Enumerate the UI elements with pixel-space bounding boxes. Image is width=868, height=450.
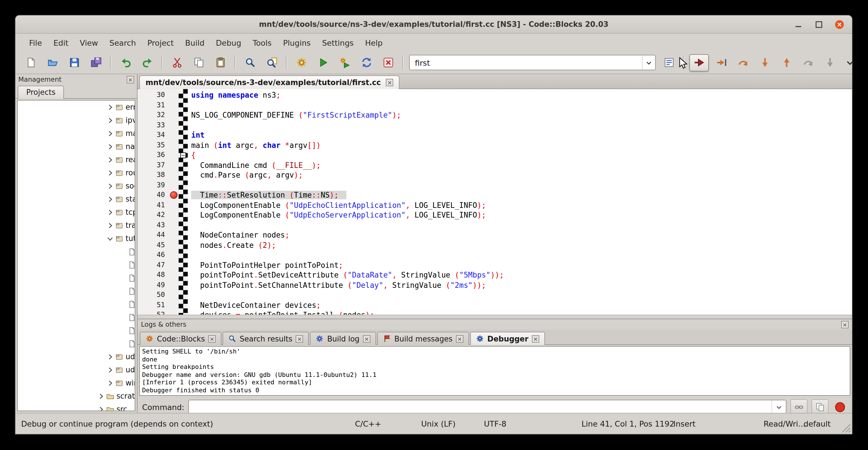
menu-edit[interactable]: Edit	[48, 36, 74, 50]
resize-grip[interactable]	[839, 421, 851, 433]
log-tab-build-messages[interactable]: Build messages×	[377, 332, 469, 345]
breakpoint-margin[interactable]	[169, 270, 179, 280]
code-line-38[interactable]: 38 cmd.Parse (argc, argv);	[137, 170, 852, 180]
build-button[interactable]	[292, 55, 310, 70]
breakpoint-marker[interactable]	[170, 191, 178, 199]
panel-splitter[interactable]	[137, 314, 852, 319]
breakpoint-margin[interactable]	[169, 300, 179, 310]
tree-item-he[interactable]: he	[18, 284, 135, 298]
tree-item-fif[interactable]: fif	[18, 245, 135, 258]
logs-close-icon[interactable]: ×	[841, 321, 848, 328]
save-file-button[interactable]	[65, 55, 83, 70]
code-line-44[interactable]: 44 NodeContainer nodes;	[137, 230, 852, 240]
tree-item-erro[interactable]: erro	[18, 100, 135, 114]
breakpoint-margin[interactable]	[169, 100, 179, 110]
code-line-39[interactable]: 39	[137, 180, 852, 190]
code-line-42[interactable]: 42 LogComponentEnable ("UdpEchoServerApp…	[137, 210, 852, 220]
breakpoint-margin[interactable]	[169, 290, 179, 300]
save-all-button[interactable]	[87, 55, 105, 70]
copy-button[interactable]	[189, 55, 208, 70]
run-button[interactable]	[314, 55, 332, 70]
log-tab-close-icon[interactable]: ×	[208, 335, 216, 342]
code-line-32[interactable]: 32NS_LOG_COMPONENT_DEFINE ("FirstScriptE…	[137, 110, 852, 120]
new-file-button[interactable]	[22, 55, 40, 70]
abort-button[interactable]	[379, 55, 397, 70]
find-in-files-button[interactable]	[262, 55, 281, 70]
tab-projects[interactable]: Projects	[18, 86, 64, 99]
code-line-46[interactable]: 46	[137, 250, 852, 260]
undo-button[interactable]	[116, 55, 135, 70]
redo-button[interactable]	[138, 55, 156, 70]
step-out-button[interactable]	[777, 55, 796, 70]
code-line-31[interactable]: 31	[137, 100, 852, 110]
code-line-45[interactable]: 45 nodes.Create (2);	[137, 240, 852, 250]
menu-help[interactable]: Help	[359, 36, 389, 50]
toolbar-overflow-chevron-button[interactable]	[841, 55, 852, 70]
open-file-button[interactable]	[43, 55, 62, 70]
breakpoint-margin[interactable]	[169, 280, 179, 290]
code-line-40[interactable]: 40 Time::SetResolution (Time::NS);	[137, 190, 852, 200]
breakpoint-margin[interactable]	[169, 110, 179, 120]
breakpoint-margin[interactable]	[169, 120, 179, 130]
tree-item-fo[interactable]: fo	[18, 271, 135, 284]
step-into-instruction-button[interactable]	[820, 55, 839, 70]
find-button[interactable]	[241, 55, 259, 70]
code-line-37[interactable]: 37 CommandLine cmd (__FILE__);	[137, 160, 852, 170]
incremental-search-combo[interactable]: first	[409, 55, 656, 70]
breakpoint-margin[interactable]	[169, 310, 179, 314]
fold-collapse-icon[interactable]: −	[180, 152, 186, 158]
command-dropdown-chevron-icon[interactable]	[772, 400, 786, 414]
tree-item-trafl[interactable]: trafl	[18, 219, 135, 232]
breakpoint-margin[interactable]	[169, 250, 179, 260]
tree-item-stat[interactable]: stat	[18, 192, 135, 206]
tree-item-rout[interactable]: rout	[18, 166, 135, 179]
code-line-41[interactable]: 41 LogComponentEnable ("UdpEchoClientApp…	[137, 200, 852, 210]
breakpoint-margin[interactable]	[169, 220, 179, 230]
tree-item-reall[interactable]: reall	[18, 153, 135, 166]
code-line-52[interactable]: 52 devices = pointToPoint.Install (nodes…	[137, 310, 852, 314]
code-line-49[interactable]: 49 pointToPoint.SetChannelAttribute ("De…	[137, 280, 852, 290]
tree-item-scratcl[interactable]: scratcl	[18, 389, 135, 402]
code-line-48[interactable]: 48 pointToPoint.SetDeviceAttribute ("Dat…	[137, 270, 852, 280]
search-combo-chevron-down-icon[interactable]	[642, 55, 655, 70]
code-line-47[interactable]: 47 PointToPointHelper pointToPoint;	[137, 260, 852, 270]
breakpoint-margin[interactable]	[169, 140, 179, 150]
menu-search[interactable]: Search	[104, 36, 142, 50]
rebuild-button[interactable]	[357, 55, 375, 70]
code-line-50[interactable]: 50	[137, 290, 852, 300]
management-close-icon[interactable]: ×	[127, 76, 134, 83]
editor-tab-close-icon[interactable]: ×	[386, 79, 394, 86]
tree-item-ipv6[interactable]: ipv6	[18, 114, 135, 127]
menu-build[interactable]: Build	[180, 36, 210, 50]
log-tab-close-icon[interactable]: ×	[363, 335, 370, 342]
tree-item-udp[interactable]: udp	[18, 350, 135, 363]
step-into-button[interactable]	[755, 55, 774, 70]
tree-item-wire[interactable]: wire	[18, 376, 135, 389]
log-tab-code-blocks[interactable]: Code::Blocks×	[140, 332, 221, 345]
menu-view[interactable]: View	[74, 36, 104, 50]
run-to-cursor-button[interactable]	[712, 55, 731, 70]
tree-item-tuto[interactable]: tuto	[18, 232, 135, 245]
code-editor[interactable]: 30using namespace ns3;3132NS_LOG_COMPONE…	[137, 89, 852, 314]
title-bar[interactable]: mnt/dev/tools/source/ns-3-dev/examples/t…	[16, 16, 852, 34]
tree-item-src[interactable]: src	[18, 402, 135, 411]
breakpoint-margin[interactable]	[169, 200, 179, 210]
tree-item-th[interactable]: th	[18, 337, 135, 350]
log-tab-close-icon[interactable]: ×	[532, 335, 539, 342]
cut-button[interactable]	[168, 55, 186, 70]
paste-button[interactable]	[211, 55, 229, 70]
tree-item-se[interactable]: se	[18, 298, 135, 311]
command-input[interactable]	[188, 400, 786, 415]
breakpoint-margin[interactable]	[169, 160, 179, 170]
breakpoint-margin[interactable]	[169, 150, 179, 160]
log-tab-build-log[interactable]: Build log×	[310, 332, 376, 345]
breakpoint-margin[interactable]	[169, 230, 179, 240]
log-tab-search-results[interactable]: Search results×	[223, 332, 309, 345]
tree-item-nam[interactable]: nam	[18, 140, 135, 153]
breakpoint-margin[interactable]	[169, 240, 179, 250]
next-line-button[interactable]	[734, 55, 752, 70]
next-instruction-button[interactable]	[799, 55, 817, 70]
menu-debug[interactable]: Debug	[210, 36, 247, 50]
breakpoint-margin[interactable]	[169, 190, 179, 200]
menu-settings[interactable]: Settings	[316, 36, 360, 50]
